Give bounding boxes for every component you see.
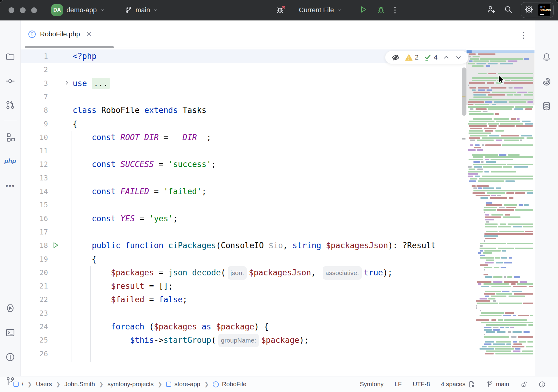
warnings-indicator[interactable]: 2 — [405, 53, 418, 62]
tab-robofile[interactable]: C RoboFile.php ✕ — [25, 26, 95, 42]
minimap-code-block — [496, 140, 502, 141]
more-tool-windows-button[interactable]: ••• — [4, 179, 17, 193]
minimap-code-block — [484, 334, 485, 335]
minimap-code-block — [524, 331, 530, 333]
mouse-cursor — [498, 75, 506, 85]
php-class-icon: C — [28, 31, 36, 38]
close-tab-icon[interactable]: ✕ — [86, 30, 92, 38]
structure-tool-button[interactable] — [4, 130, 17, 144]
zoom-window-button[interactable] — [31, 7, 37, 13]
ai-assistant-icon — [542, 77, 552, 87]
fold-region-icon[interactable] — [63, 79, 70, 87]
minimap-code-block — [476, 307, 477, 309]
minimap-code-block — [492, 104, 496, 105]
highlighting-level-button[interactable] — [391, 53, 400, 62]
debug-button[interactable] — [377, 5, 385, 15]
services-tool-button[interactable] — [4, 301, 17, 315]
event-log-button[interactable] — [538, 381, 546, 388]
ai-assistant-tool-button[interactable] — [540, 75, 553, 88]
minimap-code-block — [469, 132, 491, 134]
run-configuration-selector[interactable]: Current File — [299, 6, 342, 14]
profiler-disabled-button[interactable] — [276, 5, 285, 15]
terminal-tool-button[interactable] — [4, 326, 17, 339]
minimap[interactable] — [466, 50, 534, 376]
minimap-code-block — [497, 209, 514, 211]
minimap-code-block — [516, 125, 533, 127]
framework-widget[interactable]: Symfony — [360, 381, 384, 388]
database-tool-button[interactable] — [540, 99, 553, 113]
previous-problem-button[interactable] — [443, 54, 450, 61]
minimap-code-block — [473, 192, 485, 194]
commit-tool-button[interactable] — [4, 74, 17, 88]
line-number: 9 — [21, 117, 48, 131]
vcs-widget[interactable]: main — [125, 3, 158, 17]
run-line-icon[interactable] — [52, 241, 60, 250]
notifications-tool-button[interactable] — [540, 50, 553, 64]
pull-requests-tool-button[interactable] — [4, 98, 17, 111]
minimap-code-block — [515, 248, 533, 249]
minimap-code-block — [498, 319, 503, 321]
editor-scrollbar-thumb[interactable] — [462, 67, 466, 116]
breadcrumb-item[interactable]: symfony-projects — [107, 381, 154, 388]
minimap-code-block — [506, 343, 512, 345]
readonly-toggle[interactable] — [520, 381, 527, 388]
version-control-tool-button[interactable] — [4, 375, 17, 388]
line-separator-widget[interactable]: LF — [395, 381, 402, 388]
line-number: 3 — [21, 77, 48, 90]
breadcrumb-item-store-app[interactable]: store-app — [166, 381, 200, 388]
search-everywhere-button[interactable] — [504, 5, 513, 15]
minimap-code-block — [527, 137, 533, 139]
minimap-code-block — [477, 169, 483, 170]
minimap-code-block — [519, 204, 523, 206]
error-circle-icon — [538, 381, 546, 388]
minimap-code-block — [511, 80, 533, 81]
minimap-code-block — [486, 350, 511, 352]
problems-tool-button[interactable] — [4, 350, 17, 364]
minimap-code-block — [468, 85, 469, 86]
git-branch-widget[interactable]: main — [486, 381, 509, 388]
encoding-widget[interactable]: UTF-8 — [413, 381, 430, 388]
project-tool-button[interactable] — [4, 50, 17, 63]
more-run-actions-button[interactable] — [394, 7, 396, 13]
tab-options-button[interactable] — [523, 32, 524, 39]
run-button[interactable] — [359, 5, 368, 15]
passed-indicator[interactable]: 4 — [423, 53, 437, 62]
line-number: 19 — [21, 252, 48, 266]
database-icon — [542, 101, 552, 111]
minimap-code-block — [509, 87, 513, 89]
commit-icon — [5, 76, 15, 86]
indent-widget[interactable]: 4 spaces — [441, 381, 475, 388]
close-window-button[interactable] — [9, 7, 14, 13]
code-editor[interactable]: 1<?php23use ...78class RoboFile extends … — [21, 48, 534, 376]
code-with-me-button[interactable] — [487, 5, 496, 15]
settings-button[interactable] — [524, 5, 534, 16]
minimap-code-block — [487, 82, 494, 84]
minimap-code-block — [483, 166, 502, 168]
minimap-code-block — [511, 118, 516, 120]
minimap-code-block — [476, 185, 489, 187]
line-number: 22 — [21, 293, 48, 306]
line-number: 13 — [21, 171, 48, 185]
minimap-code-block — [482, 144, 484, 146]
jetbrains-logo[interactable]: JETBRAINS — [538, 4, 550, 16]
php-class-icon: C — [213, 381, 219, 387]
minimap-code-block — [500, 123, 523, 125]
minimap-code-block — [485, 219, 495, 220]
minimap-code-block — [476, 319, 489, 321]
chevron-right-icon: ❯ — [158, 381, 162, 388]
minimap-code-block — [515, 209, 533, 211]
minimap-code-block — [503, 166, 512, 168]
minimap-code-block — [475, 104, 489, 105]
minimap-code-block — [499, 207, 505, 208]
breadcrumb-item[interactable]: John.Smith — [64, 381, 95, 388]
git-branch-icon — [486, 381, 494, 388]
minimize-window-button[interactable] — [20, 7, 26, 13]
breadcrumb-item[interactable]: Users — [36, 381, 52, 388]
line-number: 16 — [21, 212, 48, 225]
minimap-code-block — [515, 106, 533, 108]
next-problem-button[interactable] — [455, 54, 462, 61]
project-widget[interactable]: DA demo-app — [51, 3, 105, 17]
minimap-code-block — [470, 135, 487, 136]
php-tool-button[interactable]: php — [4, 154, 17, 168]
breadcrumb-item-robofile[interactable]: CRoboFile — [213, 381, 246, 388]
